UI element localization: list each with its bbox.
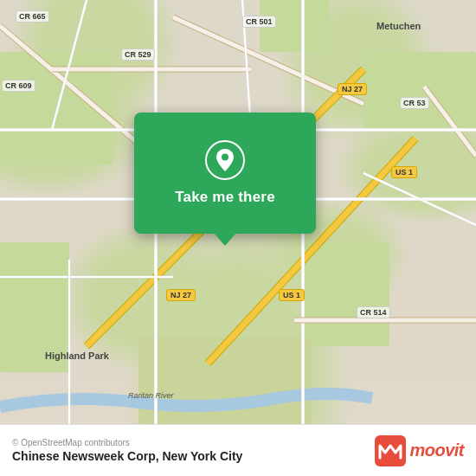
svg-point-39: [222, 154, 228, 161]
popup-card[interactable]: Take me there: [134, 113, 316, 234]
map-container: CR 665 CR 529 CR 501 CR 609 NJ 27 CR 53 …: [0, 0, 476, 424]
moovit-brand-text: moovit: [409, 441, 464, 460]
bottom-left: © OpenStreetMap contributors Chinese New…: [12, 438, 242, 463]
svg-rect-4: [303, 242, 389, 346]
location-text: Chinese Newsweek Corp, New York City: [12, 449, 242, 463]
attribution-text: © OpenStreetMap contributors: [12, 438, 242, 447]
road-label-us1b: US 1: [279, 289, 305, 301]
moovit-logo[interactable]: moovit: [375, 435, 464, 466]
road-label-cr665: CR 665: [16, 10, 49, 23]
map-pin-icon: [205, 140, 245, 180]
road-label-cr609: CR 609: [2, 80, 35, 92]
road-label-us1a: US 1: [391, 166, 417, 178]
svg-rect-2: [363, 52, 476, 130]
road-label-cr501: CR 501: [242, 16, 276, 28]
road-label-nj27b: NJ 27: [166, 289, 196, 301]
road-label-cr529: CR 529: [121, 48, 155, 61]
popup-text: Take me there: [175, 189, 275, 206]
moovit-logo-icon: [375, 435, 406, 466]
place-label-metuchen: Metuchen: [376, 21, 421, 31]
road-label-cr53: CR 53: [400, 97, 429, 109]
road-label-cr514: CR 514: [357, 306, 390, 318]
road-label-nj27a: NJ 27: [338, 83, 367, 95]
place-label-highland-park: Highland Park: [45, 351, 109, 361]
bottom-bar: © OpenStreetMap contributors Chinese New…: [0, 424, 476, 476]
svg-rect-5: [138, 338, 312, 424]
place-label-raritan-river: Raritan River: [128, 391, 174, 400]
